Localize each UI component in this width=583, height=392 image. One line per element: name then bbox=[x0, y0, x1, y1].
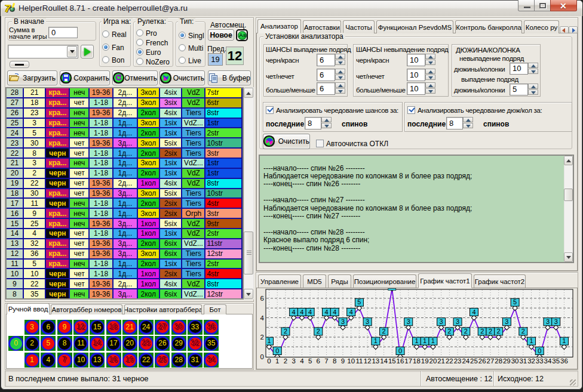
svg-text:4: 4 bbox=[349, 308, 353, 316]
svg-text:2: 2 bbox=[521, 328, 525, 335]
svg-text:25: 25 bbox=[470, 357, 478, 365]
svg-text:33: 33 bbox=[536, 357, 544, 365]
svg-text:35: 35 bbox=[552, 357, 560, 365]
svg-text:27: 27 bbox=[487, 357, 495, 365]
svg-text:2: 2 bbox=[260, 334, 264, 341]
svg-text:18: 18 bbox=[413, 357, 421, 365]
svg-text:1: 1 bbox=[529, 337, 533, 344]
svg-text:22: 22 bbox=[446, 357, 453, 365]
svg-text:13: 13 bbox=[372, 357, 379, 365]
svg-text:12: 12 bbox=[364, 357, 372, 365]
svg-text:0: 0 bbox=[275, 347, 279, 354]
svg-text:1: 1 bbox=[415, 337, 418, 344]
svg-text:1: 1 bbox=[374, 337, 378, 344]
svg-text:3: 3 bbox=[554, 318, 558, 325]
svg-text:2: 2 bbox=[284, 328, 287, 335]
svg-text:6: 6 bbox=[317, 357, 320, 365]
svg-text:36: 36 bbox=[560, 357, 568, 365]
svg-text:15: 15 bbox=[388, 357, 396, 365]
svg-text:0: 0 bbox=[538, 347, 541, 354]
svg-text:4: 4 bbox=[472, 308, 475, 316]
svg-text:2: 2 bbox=[464, 328, 468, 335]
svg-text:3: 3 bbox=[505, 318, 508, 325]
svg-text:17: 17 bbox=[404, 357, 412, 365]
svg-text:26: 26 bbox=[478, 357, 486, 365]
svg-text:5: 5 bbox=[308, 357, 312, 365]
svg-text:3: 3 bbox=[292, 357, 295, 365]
svg-text:8: 8 bbox=[333, 357, 336, 365]
svg-text:20: 20 bbox=[429, 357, 437, 365]
svg-text:11: 11 bbox=[355, 357, 363, 365]
svg-text:2: 2 bbox=[447, 328, 451, 335]
svg-text:0: 0 bbox=[398, 347, 402, 354]
svg-text:3: 3 bbox=[440, 318, 443, 325]
svg-text:4: 4 bbox=[333, 308, 336, 316]
svg-text:4: 4 bbox=[308, 308, 312, 316]
svg-text:1: 1 bbox=[423, 337, 426, 344]
svg-text:1: 1 bbox=[275, 357, 279, 365]
svg-text:28: 28 bbox=[495, 357, 502, 365]
svg-text:2: 2 bbox=[317, 328, 320, 335]
svg-text:4: 4 bbox=[324, 308, 328, 316]
svg-text:21: 21 bbox=[437, 357, 445, 365]
svg-text:3: 3 bbox=[366, 318, 369, 325]
svg-text:3: 3 bbox=[546, 318, 550, 325]
svg-text:4: 4 bbox=[300, 357, 304, 365]
svg-text:0: 0 bbox=[260, 353, 264, 360]
svg-text:2: 2 bbox=[480, 328, 484, 335]
svg-text:19: 19 bbox=[421, 357, 429, 365]
svg-text:2: 2 bbox=[284, 357, 287, 365]
svg-text:1: 1 bbox=[267, 337, 271, 344]
svg-text:1: 1 bbox=[431, 337, 435, 344]
svg-text:9: 9 bbox=[341, 357, 345, 365]
svg-text:3: 3 bbox=[456, 318, 459, 325]
svg-text:2: 2 bbox=[382, 328, 386, 335]
svg-text:29: 29 bbox=[503, 357, 511, 365]
svg-text:3: 3 bbox=[407, 318, 410, 325]
svg-text:32: 32 bbox=[527, 357, 535, 365]
svg-text:23: 23 bbox=[454, 357, 462, 365]
svg-text:0: 0 bbox=[267, 357, 271, 365]
svg-text:31: 31 bbox=[519, 357, 527, 365]
svg-text:10: 10 bbox=[347, 357, 355, 365]
svg-text:14: 14 bbox=[380, 357, 388, 365]
svg-text:5: 5 bbox=[513, 298, 517, 305]
svg-text:7: 7 bbox=[324, 357, 328, 365]
svg-text:3: 3 bbox=[341, 318, 345, 325]
svg-text:24: 24 bbox=[462, 357, 470, 365]
svg-text:4: 4 bbox=[300, 308, 303, 316]
svg-text:5: 5 bbox=[357, 298, 361, 305]
svg-text:1: 1 bbox=[562, 337, 566, 344]
svg-text:16: 16 bbox=[397, 357, 404, 365]
svg-text:2: 2 bbox=[489, 328, 492, 335]
svg-text:6: 6 bbox=[260, 295, 264, 302]
svg-text:2: 2 bbox=[497, 328, 501, 335]
svg-text:4: 4 bbox=[260, 314, 265, 322]
svg-text:4: 4 bbox=[292, 308, 296, 316]
svg-text:30: 30 bbox=[511, 357, 519, 365]
svg-text:34: 34 bbox=[544, 357, 552, 365]
